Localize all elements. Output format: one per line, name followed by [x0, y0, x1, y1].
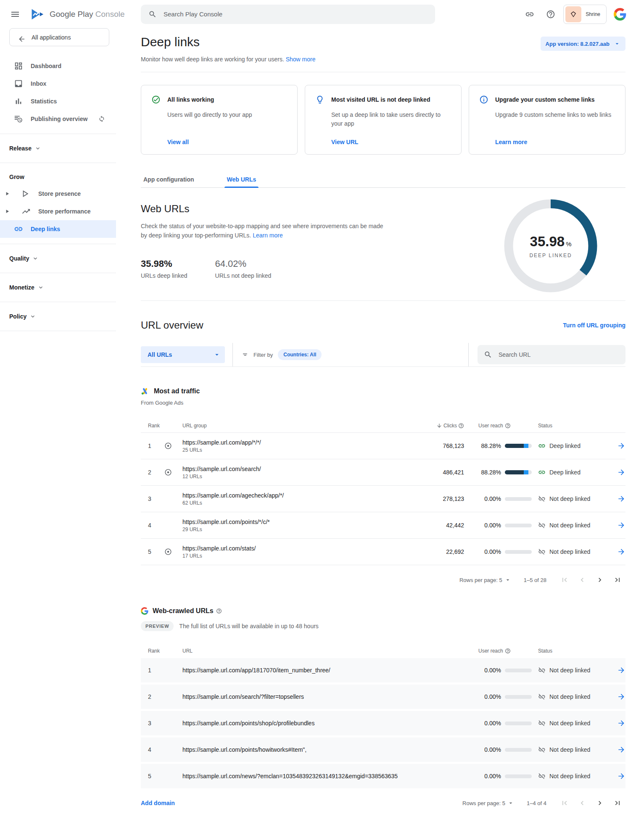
status-badge: Not deep linked — [538, 693, 612, 700]
open-row-button[interactable] — [617, 468, 625, 477]
search-input[interactable] — [163, 10, 428, 18]
google-account-avatar[interactable] — [612, 7, 628, 22]
menu-icon[interactable] — [10, 9, 20, 19]
help-icon[interactable] — [505, 648, 511, 654]
rank: 5 — [141, 773, 182, 779]
preview-note: The full list of URLs will be available … — [179, 623, 319, 629]
reach-bar — [505, 695, 532, 699]
next-page-icon[interactable] — [592, 572, 608, 588]
next-page-icon[interactable] — [592, 795, 608, 811]
url: https://sample.url.com/points/shop/c/pro… — [182, 720, 464, 727]
help-icon[interactable] — [542, 6, 559, 23]
link-off-icon — [538, 666, 546, 674]
url-search[interactable] — [478, 345, 625, 364]
link-shortcut-icon[interactable] — [521, 6, 538, 23]
tab-app-configuration[interactable]: App configuration — [141, 171, 197, 187]
sidebar-section-policy[interactable]: Policy — [0, 308, 116, 325]
sidebar-item-statistics[interactable]: Statistics — [0, 92, 116, 110]
url-count: 62 URLs — [182, 500, 422, 506]
column-clicks[interactable]: Clicks — [422, 423, 464, 429]
open-row-button[interactable] — [617, 666, 625, 674]
open-row-button[interactable] — [617, 772, 625, 780]
help-icon[interactable] — [458, 423, 464, 429]
table-row[interactable]: 4 https://sample.url.com/points/*/c/* 29… — [141, 512, 625, 539]
web-crawled-title: Web-crawled URLs — [153, 607, 214, 615]
learn-more-link[interactable]: Learn more — [253, 232, 283, 239]
account-chip[interactable]: Shrine — [563, 5, 607, 24]
all-applications-button[interactable]: All applications — [9, 28, 109, 46]
card-body: Upgrade 9 custom scheme links to web lin… — [495, 111, 615, 119]
open-row-button[interactable] — [617, 719, 625, 727]
global-search[interactable] — [141, 5, 435, 24]
url-search-input[interactable] — [498, 351, 619, 358]
previous-page-icon[interactable] — [574, 795, 590, 811]
table-row[interactable]: 1 https://sample.url.com/app/1817070/ite… — [141, 658, 625, 682]
url-type-dropdown[interactable]: All URLs — [141, 346, 225, 363]
dropdown-arrow-icon — [614, 40, 620, 47]
ad-traffic-subtitle: From Google Ads — [141, 400, 625, 406]
url-group: https://sample.url.com/search/ — [182, 466, 422, 472]
main-content: Deep links App version: 8.2.027.aab Moni… — [116, 28, 636, 840]
help-icon[interactable] — [216, 608, 222, 614]
dropdown-arrow-icon — [504, 577, 511, 583]
first-page-icon[interactable] — [557, 572, 573, 588]
rows-per-page-dropdown[interactable]: Rows per page: 5 — [459, 577, 511, 583]
app-version-dropdown[interactable]: App version: 8.2.027.aab — [541, 37, 625, 51]
table-row[interactable]: 1 https://sample.url.com/app/*/*/ 25 URL… — [141, 433, 625, 459]
reach-value: 0.00% — [464, 522, 501, 529]
learn-more-link[interactable]: Learn more — [495, 139, 527, 145]
deep-linked-donut-chart: 35.98 % DEEP LINKED — [502, 197, 599, 295]
table-pagination: Rows per page: 5 1–5 of 28 — [141, 572, 625, 588]
filter-toolbar: All URLs Filter by Countries: All — [141, 343, 625, 367]
table-row[interactable]: 5 https://sample.url.com/news/?emclan=10… — [141, 764, 625, 788]
stat-deep-linked: 35.98% URLs deep linked — [141, 258, 187, 279]
table-row[interactable]: 3 https://sample.url.com/points/shop/c/p… — [141, 711, 625, 735]
view-url-link[interactable]: View URL — [331, 139, 358, 145]
open-row-button[interactable] — [617, 442, 625, 450]
countries-filter-chip[interactable]: Countries: All — [278, 349, 322, 360]
sidebar-item-store-performance[interactable]: Store performance — [0, 203, 116, 220]
chevron-down-icon — [32, 255, 39, 262]
help-icon[interactable] — [505, 423, 511, 429]
rows-per-page-dropdown[interactable]: Rows per page: 5 — [462, 800, 514, 806]
table-row[interactable]: 3 https://sample.url.com/agecheck/app/*/… — [141, 486, 625, 512]
sidebar-section-monetize[interactable]: Monetize — [0, 279, 116, 296]
table-row[interactable]: 2 https://sample.url.com/search/ 12 URLs… — [141, 459, 625, 486]
sidebar-item-deep-links[interactable]: Deep links — [0, 220, 116, 238]
add-domain-link[interactable]: Add domain — [141, 800, 175, 806]
app-avatar — [565, 6, 581, 22]
chevron-down-icon — [37, 284, 44, 291]
sidebar-item-publishing-overview[interactable]: Publishing overview — [0, 110, 116, 128]
table-row[interactable]: 5 https://sample.url.com/stats/ 17 URLs … — [141, 539, 625, 565]
table-row[interactable]: 4 https://sample.url.com/points/howitwor… — [141, 737, 625, 762]
open-row-button[interactable] — [617, 521, 625, 529]
show-more-link[interactable]: Show more — [286, 56, 316, 63]
open-row-button[interactable] — [617, 745, 625, 754]
sidebar-item-dashboard[interactable]: Dashboard — [0, 57, 116, 75]
search-icon — [148, 10, 157, 18]
first-page-icon[interactable] — [557, 795, 573, 811]
sidebar-item-store-presence[interactable]: Store presence — [0, 185, 116, 203]
tab-web-urls[interactable]: Web URLs — [224, 171, 259, 187]
open-row-button[interactable] — [617, 495, 625, 503]
view-all-link[interactable]: View all — [167, 139, 189, 145]
sidebar-section-quality[interactable]: Quality — [0, 250, 116, 267]
turn-off-url-grouping-link[interactable]: Turn off URL grouping — [563, 322, 625, 329]
card-all-links-working: All links working Users will go directly… — [141, 85, 298, 155]
card-title: Most visited URL is not deep linked — [331, 96, 430, 103]
divider — [0, 134, 116, 134]
logo-secondary: Console — [95, 10, 125, 18]
app-logo[interactable]: Google Play Console — [30, 7, 132, 21]
open-row-button[interactable] — [617, 693, 625, 701]
last-page-icon[interactable] — [610, 795, 625, 811]
previous-page-icon[interactable] — [574, 572, 590, 588]
link-icon — [538, 442, 546, 450]
column-user-reach: User reach — [464, 423, 538, 429]
last-page-icon[interactable] — [610, 572, 625, 588]
sidebar-item-inbox[interactable]: Inbox — [0, 75, 116, 92]
link-off-icon — [538, 746, 546, 753]
open-row-button[interactable] — [617, 548, 625, 556]
sidebar-section-release[interactable]: Release — [0, 140, 116, 157]
web-urls-section: Web URLs Check the status of your websit… — [141, 203, 625, 295]
table-row[interactable]: 2 https://sample.url.com/search/?filter=… — [141, 685, 625, 709]
